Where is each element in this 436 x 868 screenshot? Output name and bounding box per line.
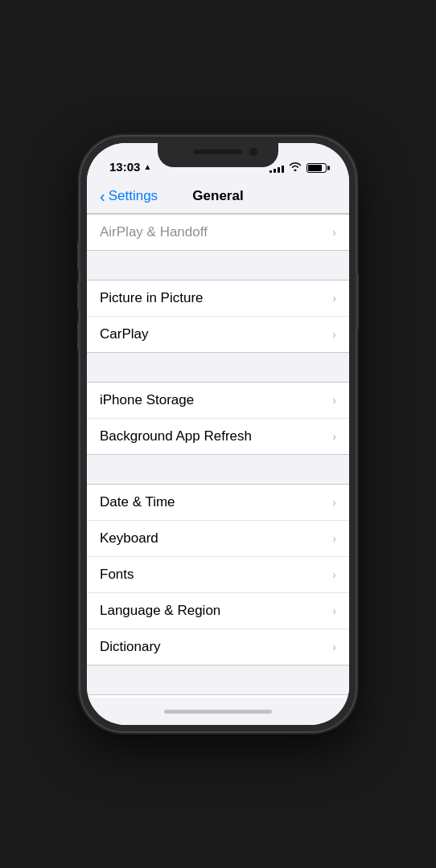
row-label: Date & Time: [100, 494, 175, 510]
row-right: ›: [332, 292, 336, 305]
row-right: ›: [332, 394, 336, 407]
time-display: 13:03: [109, 160, 140, 174]
phone-screen: 13:03 ▲: [87, 143, 349, 725]
row-label: Background App Refresh: [100, 428, 252, 444]
section-airplay: AirPlay & Handoff ›: [87, 214, 349, 251]
row-right: ›: [332, 496, 336, 509]
chevron-icon: ›: [332, 430, 336, 443]
language-region-row[interactable]: Language & Region ›: [87, 593, 349, 629]
navigation-bar: ‹ Settings General: [87, 178, 349, 214]
row-label: Dictionary: [100, 639, 161, 655]
settings-content: AirPlay & Handoff › Picture in Picture ›…: [87, 214, 349, 698]
back-chevron-icon: ‹: [100, 188, 105, 204]
chevron-icon: ›: [332, 604, 336, 617]
row-label: iPhone Storage: [100, 392, 194, 408]
speaker: [194, 149, 242, 154]
status-time: 13:03 ▲: [109, 160, 151, 174]
status-icons: [269, 162, 327, 174]
group-separator: [87, 665, 349, 694]
group-separator: [87, 251, 349, 280]
row-right: ›: [332, 641, 336, 653]
row-right: ›: [332, 328, 336, 341]
chevron-icon: ›: [332, 328, 336, 341]
section-media: Picture in Picture › CarPlay ›: [87, 280, 349, 353]
chevron-icon: ›: [332, 532, 336, 545]
fonts-row[interactable]: Fonts ›: [87, 557, 349, 593]
background-app-refresh-row[interactable]: Background App Refresh ›: [87, 419, 349, 454]
row-right: ›: [332, 226, 336, 239]
list-item[interactable]: Picture in Picture ›: [87, 280, 349, 317]
group-separator: [87, 455, 349, 484]
group-separator: [87, 353, 349, 382]
section-storage: iPhone Storage › Background App Refresh …: [87, 382, 349, 455]
battery-icon: [306, 163, 327, 173]
chevron-icon: ›: [332, 394, 336, 407]
chevron-icon: ›: [332, 641, 336, 653]
keyboard-row[interactable]: Keyboard ›: [87, 521, 349, 557]
home-bar: [164, 710, 272, 714]
list-item[interactable]: CarPlay ›: [87, 317, 349, 352]
chevron-icon: ›: [332, 568, 336, 581]
list-item[interactable]: AirPlay & Handoff ›: [87, 215, 349, 250]
date-time-row[interactable]: Date & Time ›: [87, 485, 349, 521]
row-right: ›: [332, 430, 336, 443]
back-button[interactable]: ‹ Settings: [100, 188, 158, 204]
notch: [158, 143, 278, 167]
status-bar: 13:03 ▲: [87, 143, 349, 178]
row-label: Language & Region: [100, 603, 220, 619]
iphone-storage-row[interactable]: iPhone Storage ›: [87, 383, 349, 419]
signal-icon: [269, 163, 284, 173]
dictionary-row[interactable]: Dictionary ›: [87, 629, 349, 665]
row-label: AirPlay & Handoff: [100, 224, 208, 240]
row-right: ›: [332, 604, 336, 617]
row-label: Fonts: [100, 567, 134, 583]
home-indicator: [87, 698, 349, 725]
section-datetime: Date & Time › Keyboard › Fonts ›: [87, 484, 349, 665]
chevron-icon: ›: [332, 226, 336, 239]
chevron-icon: ›: [332, 292, 336, 305]
back-label: Settings: [109, 188, 158, 204]
row-right: ›: [332, 532, 336, 545]
phone-frame: 13:03 ▲: [80, 137, 356, 731]
row-label: Keyboard: [100, 530, 158, 547]
page-title: General: [192, 188, 243, 204]
location-icon: ▲: [143, 162, 151, 171]
row-label: CarPlay: [100, 326, 148, 342]
chevron-icon: ›: [332, 496, 336, 509]
row-right: ›: [332, 568, 336, 581]
wifi-icon: [289, 162, 302, 174]
camera: [249, 148, 257, 156]
row-label: Picture in Picture: [100, 290, 204, 306]
